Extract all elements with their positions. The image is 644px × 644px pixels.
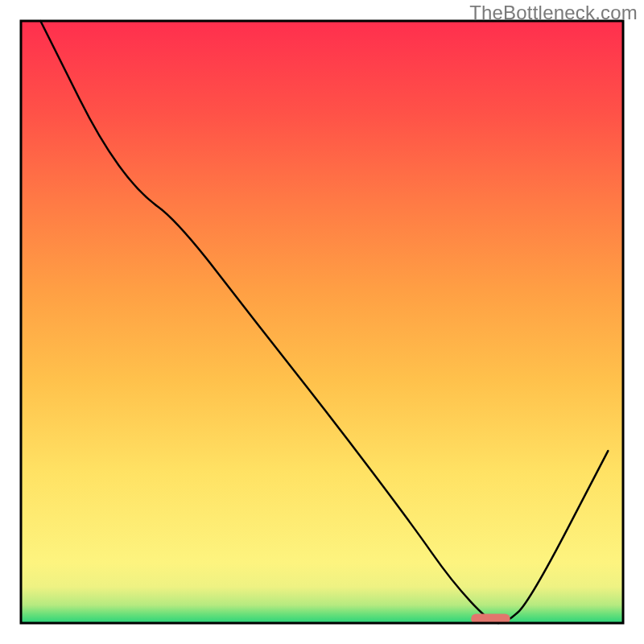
watermark-label: TheBottleneck.com [469,2,638,24]
plot-background [21,21,623,623]
chart-container: TheBottleneck.com [0,0,644,644]
bottleneck-chart [0,0,644,644]
